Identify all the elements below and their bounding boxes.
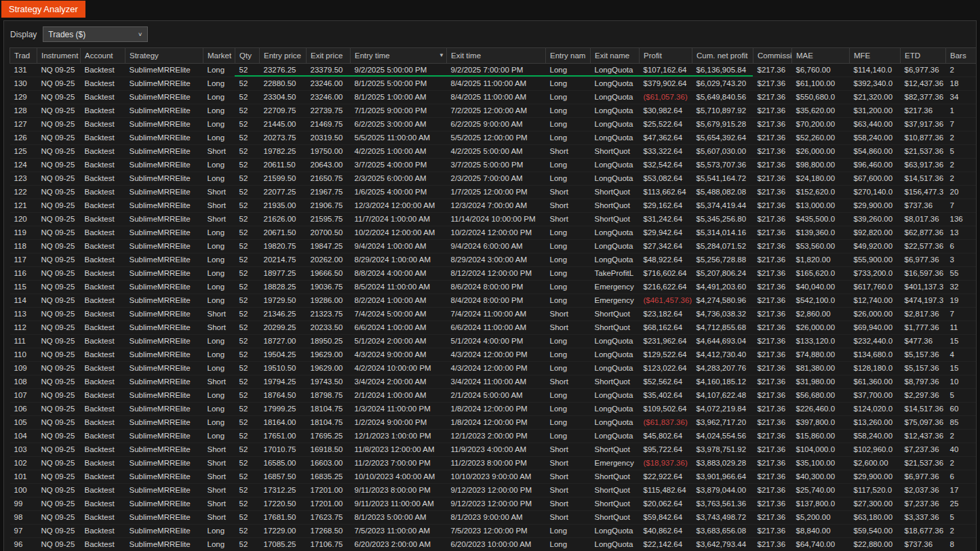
table-row[interactable]: 120NQ 09-25BacktestSublimeMRREliteShort5… xyxy=(10,213,977,226)
column-header[interactable]: Bars xyxy=(946,48,977,64)
table-row[interactable]: 110NQ 09-25BacktestSublimeMRREliteLong52… xyxy=(10,348,977,362)
cell: Short xyxy=(546,484,591,497)
column-header[interactable]: Commissio xyxy=(753,48,792,64)
cell: 6/20/2023 10:00:00 AM xyxy=(447,538,546,551)
column-header[interactable]: Exit time xyxy=(447,48,546,64)
column-header[interactable]: ▼Entry time xyxy=(351,48,447,64)
cell: Long xyxy=(203,538,235,551)
cell: $217.36 xyxy=(753,104,792,118)
cell: $14,517.36 xyxy=(901,172,946,186)
table-row[interactable]: 102NQ 09-25BacktestSublimeMRREliteShort5… xyxy=(10,457,977,470)
cell: $217.36 xyxy=(753,335,792,348)
table-row[interactable]: 97NQ 09-25BacktestSublimeMRREliteLong521… xyxy=(10,525,977,538)
cell: Short xyxy=(203,308,235,321)
cell: 52 xyxy=(235,470,260,484)
table-row[interactable]: 100NQ 09-25BacktestSublimeMRREliteShort5… xyxy=(10,484,977,497)
table-row[interactable]: 116NQ 09-25BacktestSublimeMRREliteLong52… xyxy=(10,267,977,281)
table-row[interactable]: 115NQ 09-25BacktestSublimeMRREliteLong52… xyxy=(10,281,977,294)
table-row[interactable]: 114NQ 09-25BacktestSublimeMRREliteLong52… xyxy=(10,294,977,308)
cell: 12/3/2024 12:00:00 AM xyxy=(351,199,447,213)
table-row[interactable]: 119NQ 09-25BacktestSublimeMRREliteLong52… xyxy=(10,226,977,240)
cell: LongQuota xyxy=(591,403,640,416)
table-row[interactable]: 106NQ 09-25BacktestSublimeMRREliteLong52… xyxy=(10,403,977,416)
cell: Long xyxy=(203,525,235,538)
cell: 52 xyxy=(235,525,260,538)
table-row[interactable]: 121NQ 09-25BacktestSublimeMRREliteShort5… xyxy=(10,199,977,213)
cell: 11/2/2023 7:00:00 PM xyxy=(351,457,447,470)
cell: 19820.75 xyxy=(260,240,307,253)
cell: 121 xyxy=(10,199,37,213)
table-row[interactable]: 103NQ 09-25BacktestSublimeMRREliteShort5… xyxy=(10,443,977,457)
cell: 25 xyxy=(946,497,977,511)
cell: $4,283,207.76 xyxy=(692,362,753,375)
table-row[interactable]: 109NQ 09-25BacktestSublimeMRREliteLong52… xyxy=(10,362,977,375)
cell: $232,440.0 xyxy=(850,335,901,348)
cell: 21445.00 xyxy=(260,118,307,131)
cell: 19286.00 xyxy=(307,294,351,308)
cell: 8 xyxy=(946,538,977,551)
table-row[interactable]: 123NQ 09-25BacktestSublimeMRREliteLong52… xyxy=(10,172,977,186)
table-row[interactable]: 126NQ 09-25BacktestSublimeMRREliteLong52… xyxy=(10,131,977,145)
column-header[interactable]: Qty xyxy=(235,48,260,64)
column-header[interactable]: ETD xyxy=(901,48,946,64)
column-header[interactable]: Exit name xyxy=(591,48,640,64)
cell: 2 xyxy=(946,159,977,172)
cell: Short xyxy=(546,443,591,457)
table-row[interactable]: 117NQ 09-25BacktestSublimeMRREliteLong52… xyxy=(10,253,977,267)
cell: $217.36 xyxy=(753,430,792,443)
cell: 20273.75 xyxy=(260,131,307,145)
cell: 22739.75 xyxy=(307,104,351,118)
table-row[interactable]: 105NQ 09-25BacktestSublimeMRREliteLong52… xyxy=(10,416,977,430)
cell: $152,620.0 xyxy=(792,186,850,199)
cell: $217.36 xyxy=(753,226,792,240)
cell: $6,977.36 xyxy=(901,470,946,484)
column-header[interactable]: Profit xyxy=(640,48,692,64)
table-row[interactable]: 129NQ 09-25BacktestSublimeMRREliteLong52… xyxy=(10,91,977,104)
table-row[interactable]: 107NQ 09-25BacktestSublimeMRREliteLong52… xyxy=(10,389,977,403)
cell: SublimeMRRElite xyxy=(125,159,203,172)
column-header[interactable]: Cum. net profit xyxy=(692,48,753,64)
display-select[interactable]: Trades ($) ∨ xyxy=(43,26,148,42)
table-row[interactable]: 99NQ 09-25BacktestSublimeMRREliteShort52… xyxy=(10,497,977,511)
cell: $401,137.3 xyxy=(901,281,946,294)
cell: 52 xyxy=(235,199,260,213)
cell: $22,577.36 xyxy=(901,240,946,253)
table-row[interactable]: 101NQ 09-25BacktestSublimeMRREliteShort5… xyxy=(10,470,977,484)
column-header[interactable]: Entry price xyxy=(260,48,307,64)
cell: Long xyxy=(546,335,591,348)
column-header[interactable]: MFE xyxy=(850,48,901,64)
table-row[interactable]: 125NQ 09-25BacktestSublimeMRREliteShort5… xyxy=(10,145,977,159)
cell: Long xyxy=(546,267,591,281)
column-header[interactable]: Exit price xyxy=(307,48,351,64)
cell: 52 xyxy=(235,118,260,131)
table-row[interactable]: 96NQ 09-25BacktestSublimeMRREliteLong521… xyxy=(10,538,977,551)
table-row[interactable]: 122NQ 09-25BacktestSublimeMRREliteShort5… xyxy=(10,186,977,199)
table-row[interactable]: 113NQ 09-25BacktestSublimeMRREliteShort5… xyxy=(10,308,977,321)
table-row[interactable]: 118NQ 09-25BacktestSublimeMRREliteLong52… xyxy=(10,240,977,253)
table-row[interactable]: 127NQ 09-25BacktestSublimeMRREliteLong52… xyxy=(10,118,977,131)
cell: $550,680.0 xyxy=(792,91,850,104)
cell: 8/2/2024 1:00:00 AM xyxy=(351,294,447,308)
column-header[interactable]: Account xyxy=(81,48,125,64)
column-header[interactable]: Strategy xyxy=(125,48,203,64)
cell: ($61,057.36) xyxy=(640,91,692,104)
column-header[interactable]: Market xyxy=(203,48,235,64)
cell: 124 xyxy=(10,159,37,172)
cell: LongQuota xyxy=(591,525,640,538)
table-row[interactable]: 98NQ 09-25BacktestSublimeMRREliteShort52… xyxy=(10,511,977,525)
table-row[interactable]: 111NQ 09-25BacktestSublimeMRREliteLong52… xyxy=(10,335,977,348)
cell: $109,502.64 xyxy=(640,403,692,416)
column-header[interactable]: Entry nam xyxy=(546,48,591,64)
table-row[interactable]: 104NQ 09-25BacktestSublimeMRREliteLong52… xyxy=(10,430,977,443)
column-header[interactable]: MAE xyxy=(792,48,850,64)
table-row[interactable]: 130NQ 09-25BacktestSublimeMRREliteLong52… xyxy=(10,77,977,91)
column-header[interactable]: Instrument xyxy=(37,48,81,64)
tab-strategy-analyzer[interactable]: Strategy Analyzer xyxy=(1,1,85,18)
table-row[interactable]: 128NQ 09-25BacktestSublimeMRREliteLong52… xyxy=(10,104,977,118)
column-header[interactable]: Trad xyxy=(10,48,37,64)
table-row[interactable]: 108NQ 09-25BacktestSublimeMRREliteShort5… xyxy=(10,375,977,389)
table-row[interactable]: 124NQ 09-25BacktestSublimeMRREliteLong52… xyxy=(10,159,977,172)
table-row[interactable]: 131NQ 09-25BacktestSublimeMRREliteLong52… xyxy=(10,64,977,77)
table-row[interactable]: 112NQ 09-25BacktestSublimeMRREliteShort5… xyxy=(10,321,977,335)
cell: $3,337.36 xyxy=(901,511,946,525)
